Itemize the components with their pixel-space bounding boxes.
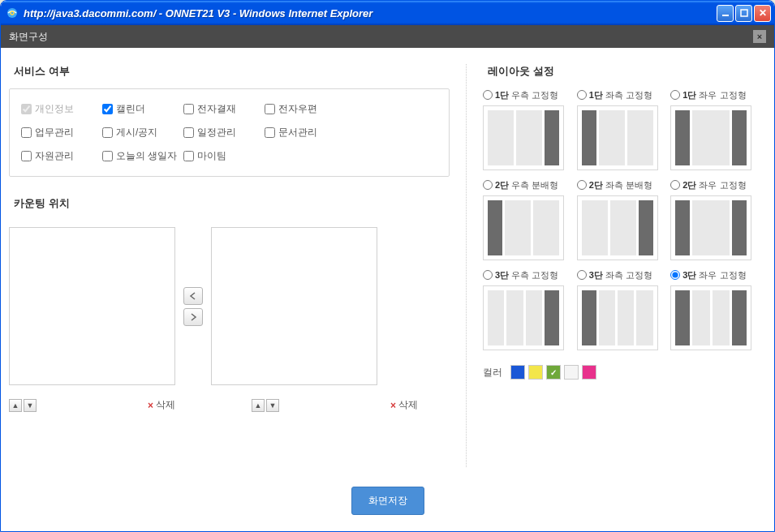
- service-checkbox[interactable]: [102, 151, 113, 161]
- left-move-up-button[interactable]: ▲: [9, 399, 22, 412]
- service-checkbox-item[interactable]: 게시/공지: [102, 126, 183, 139]
- layout-preview: [670, 285, 751, 350]
- left-delete-button[interactable]: × 삭제: [148, 398, 175, 412]
- color-swatch[interactable]: [528, 365, 543, 380]
- service-checkbox[interactable]: [21, 127, 32, 138]
- window-close-button[interactable]: ✕: [754, 5, 771, 22]
- left-move-down-button[interactable]: ▼: [24, 399, 37, 412]
- right-delete-button[interactable]: × 삭제: [390, 398, 418, 412]
- layout-radio[interactable]: [577, 180, 587, 190]
- layout-label-rest: 좌우 고정형: [699, 89, 746, 101]
- layout-radio[interactable]: [670, 90, 680, 100]
- service-checkbox[interactable]: [183, 151, 194, 161]
- svg-rect-3: [741, 10, 747, 16]
- counting-section-title: 카운팅 위치: [9, 196, 450, 211]
- layout-option[interactable]: 1단 좌측 고정형: [577, 88, 665, 170]
- save-button[interactable]: 화면저장: [351, 487, 424, 515]
- layout-radio[interactable]: [670, 180, 680, 190]
- window-title: http://java3.dacommi.com/ - ONNET21 V3 -…: [24, 7, 717, 19]
- service-label: 캘린더: [116, 102, 145, 116]
- color-swatch[interactable]: ✓: [546, 365, 561, 380]
- layout-preview: [483, 195, 564, 260]
- service-checkbox-item[interactable]: 캘린더: [102, 102, 183, 116]
- service-checkbox[interactable]: [102, 104, 113, 114]
- service-label: 일정관리: [197, 126, 236, 139]
- layout-option[interactable]: 3단 좌측 고정형: [577, 268, 665, 350]
- right-move-down-button[interactable]: ▼: [266, 399, 279, 412]
- layout-preview: [577, 195, 658, 260]
- right-move-up-button[interactable]: ▲: [252, 399, 265, 412]
- layout-label-bold: 2단: [589, 179, 603, 191]
- service-checkbox[interactable]: [102, 127, 113, 138]
- layout-label-rest: 우측 고정형: [511, 89, 558, 101]
- service-checkbox-item[interactable]: 일정관리: [183, 126, 265, 139]
- layout-label-rest: 우측 분배형: [511, 179, 558, 191]
- color-swatch[interactable]: [582, 365, 596, 380]
- layout-label-bold: 1단: [495, 89, 509, 101]
- layout-radio[interactable]: [670, 270, 680, 280]
- svg-rect-2: [722, 15, 729, 16]
- move-right-button[interactable]: [183, 308, 203, 326]
- service-checkbox-item[interactable]: 자원관리: [21, 149, 102, 163]
- layout-radio[interactable]: [483, 180, 493, 190]
- service-checkbox-item[interactable]: 문서관리: [265, 126, 346, 139]
- layout-radio[interactable]: [577, 90, 587, 100]
- ie-icon: [6, 6, 19, 19]
- maximize-button[interactable]: [735, 5, 752, 22]
- delete-x-icon: ×: [148, 400, 153, 411]
- service-checkbox[interactable]: [265, 127, 275, 138]
- service-label: 업무관리: [35, 126, 74, 139]
- color-swatch[interactable]: [564, 365, 579, 380]
- layout-preview: [577, 105, 658, 170]
- layout-label-bold: 3단: [682, 269, 696, 281]
- layout-section-title: 레이아웃 설정: [483, 64, 758, 79]
- layout-label-rest: 좌측 고정형: [605, 269, 652, 281]
- service-checkbox[interactable]: [183, 127, 194, 138]
- layout-preview: [483, 105, 564, 170]
- layout-preview: [670, 105, 751, 170]
- color-swatch[interactable]: [510, 365, 525, 380]
- service-checkbox[interactable]: [183, 104, 194, 114]
- layout-option[interactable]: 1단 우측 고정형: [483, 88, 570, 170]
- layout-option[interactable]: 1단 좌우 고정형: [670, 88, 758, 170]
- color-label: 컬러: [483, 366, 502, 380]
- service-checkbox-item[interactable]: 업무관리: [21, 126, 102, 139]
- layout-option[interactable]: 2단 우측 분배형: [483, 178, 570, 260]
- layout-option[interactable]: 2단 좌측 분배형: [577, 178, 665, 260]
- service-checkbox[interactable]: [265, 104, 275, 114]
- service-checkbox[interactable]: [21, 151, 32, 161]
- service-label: 개인정보: [35, 102, 74, 116]
- layout-radio[interactable]: [483, 90, 493, 100]
- layout-label-bold: 3단: [589, 269, 603, 281]
- layout-label-bold: 1단: [589, 89, 603, 101]
- app-title: 화면구성: [9, 30, 48, 44]
- service-checkbox-item[interactable]: 마이팀: [183, 149, 265, 163]
- app-close-button[interactable]: ×: [753, 30, 766, 43]
- layout-option[interactable]: 3단 우측 고정형: [483, 268, 570, 350]
- layout-label-bold: 2단: [495, 179, 509, 191]
- service-label: 문서관리: [278, 126, 317, 139]
- move-left-button[interactable]: [183, 287, 203, 305]
- service-label: 전자우편: [278, 102, 317, 116]
- service-checkbox-item[interactable]: 전자결재: [183, 102, 265, 116]
- layout-preview: [670, 195, 751, 260]
- counting-list-left[interactable]: [9, 227, 175, 385]
- layout-radio[interactable]: [577, 270, 587, 280]
- counting-list-right[interactable]: [211, 227, 377, 385]
- layout-label-rest: 좌측 분배형: [605, 179, 652, 191]
- layout-label-bold: 1단: [682, 89, 696, 101]
- service-label: 마이팀: [197, 149, 226, 163]
- layout-option[interactable]: 3단 좌우 고정형: [670, 268, 758, 350]
- service-checkbox[interactable]: [21, 104, 32, 114]
- layout-label-rest: 좌측 고정형: [605, 89, 652, 101]
- layout-option[interactable]: 2단 좌우 고정형: [670, 178, 758, 260]
- layout-radio[interactable]: [483, 270, 493, 280]
- service-checkbox-item[interactable]: 전자우편: [265, 102, 346, 116]
- service-label: 자원관리: [35, 149, 74, 163]
- layout-preview: [483, 285, 564, 350]
- service-checkbox-item[interactable]: 오늘의 생일자: [102, 149, 183, 163]
- service-checkbox-item[interactable]: 개인정보: [21, 102, 102, 116]
- layout-preview: [577, 285, 658, 350]
- minimize-button[interactable]: [717, 5, 734, 22]
- window-titlebar: http://java3.dacommi.com/ - ONNET21 V3 -…: [1, 1, 774, 25]
